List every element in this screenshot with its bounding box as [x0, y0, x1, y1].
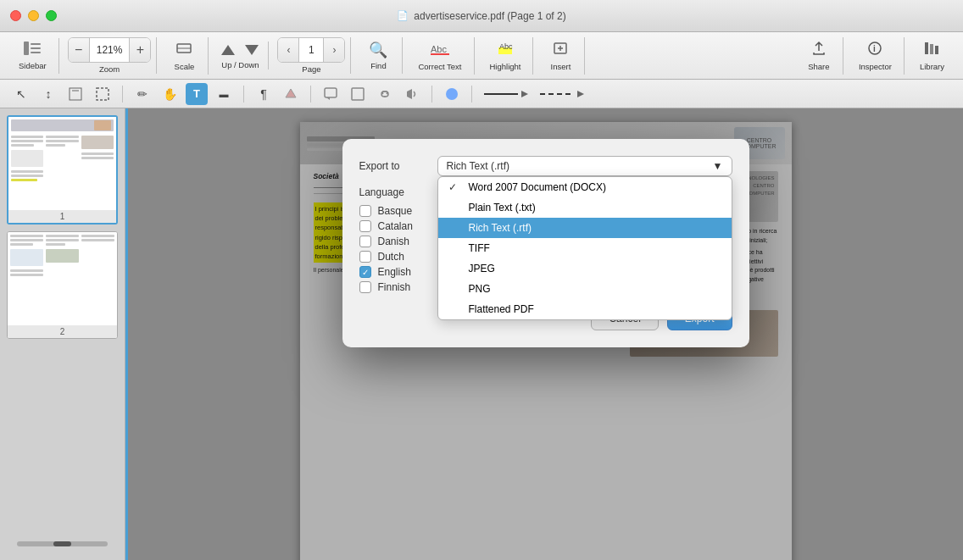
page-number-1: 1 — [8, 210, 116, 223]
document-icon: 📄 — [397, 10, 409, 21]
inspector-icon: i — [866, 41, 883, 60]
format-option-txt[interactable]: Plain Text (.txt) — [438, 197, 732, 218]
eraser-tool-button[interactable] — [280, 83, 302, 105]
insert-icon — [552, 41, 569, 60]
scroll-thumb[interactable] — [53, 541, 71, 546]
redact-tool-button[interactable]: ▬ — [213, 83, 235, 105]
correct-text-button[interactable]: Abc Correct Text — [411, 37, 468, 75]
svg-rect-22 — [97, 88, 109, 100]
share-icon — [810, 41, 827, 60]
lang-danish-checkbox[interactable] — [359, 236, 371, 247]
audio-tool-button[interactable] — [401, 83, 423, 105]
zoom-in-button[interactable]: + — [130, 38, 150, 62]
separator-3 — [310, 86, 311, 103]
thumbnail-image-2 — [8, 232, 117, 325]
sidebar-button[interactable]: Sidebar — [12, 38, 53, 74]
arrow-tool-button[interactable]: ↖ — [10, 83, 32, 105]
svg-rect-20 — [70, 88, 81, 100]
zoom-label: Zoom — [99, 64, 120, 74]
correct-text-icon: Abc — [431, 41, 449, 60]
format-docx-label: Word 2007 Document (DOCX) — [469, 181, 607, 193]
hand-tool-button[interactable]: ✋ — [159, 83, 181, 105]
share-label: Share — [808, 62, 829, 71]
sidebar-scrollbar[interactable] — [17, 541, 108, 546]
page-number-2: 2 — [8, 325, 117, 338]
format-dropdown-menu: Word 2007 Document (DOCX) Plain Text (.t… — [437, 176, 732, 320]
format-png-label: PNG — [469, 283, 491, 295]
text-edit-tool-button[interactable]: ¶ — [253, 83, 275, 105]
maximize-button[interactable]: + — [46, 10, 57, 21]
link-tool-button[interactable] — [374, 83, 396, 105]
page-sidebar: 1 — [0, 108, 125, 560]
format-dropdown-trigger[interactable]: Rich Text (.rtf) ▼ — [437, 156, 732, 176]
page-thumbnail-2[interactable]: 2 — [7, 231, 118, 339]
correct-text-group: Abc Correct Text — [406, 37, 474, 75]
main-content: 1 — [0, 108, 963, 560]
format-option-jpeg[interactable]: JPEG — [438, 258, 732, 279]
line-style2-control[interactable] — [537, 88, 587, 100]
close-button[interactable]: × — [10, 10, 21, 21]
format-option-pdf[interactable]: Flattened PDF — [438, 299, 732, 319]
svg-text:Abc: Abc — [499, 42, 513, 51]
insert-button[interactable]: Insert — [542, 37, 579, 75]
note-tool-button[interactable] — [320, 83, 342, 105]
select-tool-button[interactable]: ↕ — [37, 83, 59, 105]
pencil-tool-button[interactable]: ✏ — [131, 83, 153, 105]
format-option-docx[interactable]: Word 2007 Document (DOCX) — [438, 177, 732, 197]
page-thumbnail-1[interactable]: 1 — [7, 115, 118, 225]
rect-select-tool-button[interactable] — [92, 83, 114, 105]
lang-catalan-checkbox[interactable] — [359, 220, 371, 232]
down-button[interactable] — [241, 42, 263, 58]
library-group: Library — [908, 37, 956, 75]
titlebar: × − + 📄 advertiseservice.pdf (Page 1 of … — [0, 0, 963, 32]
svg-rect-18 — [930, 44, 933, 54]
page-next-button[interactable]: › — [324, 38, 344, 62]
up-button[interactable] — [217, 42, 239, 58]
circle-highlight-button[interactable] — [441, 83, 463, 105]
page-control: ‹ 1 › — [277, 37, 345, 63]
find-group: 🔍 Find — [354, 37, 403, 74]
lang-english-label: English — [378, 266, 411, 278]
format-option-tiff[interactable]: TIFF — [438, 238, 732, 258]
minimize-button[interactable]: − — [28, 10, 39, 21]
zoom-value[interactable]: 121% — [89, 38, 131, 62]
lang-basque-checkbox[interactable] — [359, 205, 371, 217]
insert-label: Insert — [551, 62, 571, 71]
share-button[interactable]: Share — [800, 37, 838, 75]
lang-finnish-checkbox[interactable] — [359, 281, 371, 293]
dialog-overlay: Export to Rich Text (.rtf) ▼ Word 2007 D… — [300, 122, 792, 560]
zoom-group: − 121% + Zoom — [63, 37, 158, 74]
svg-marker-32 — [577, 91, 584, 97]
inspector-button[interactable]: i Inspector — [852, 37, 899, 75]
svg-marker-25 — [326, 97, 330, 100]
scale-icon — [175, 41, 192, 60]
text-select-tool-button[interactable] — [64, 83, 86, 105]
shapes-tool-button[interactable] — [347, 83, 369, 105]
sidebar-group: Sidebar — [7, 38, 59, 74]
line-style-control[interactable] — [481, 88, 532, 100]
page-value[interactable]: 1 — [298, 38, 324, 62]
library-button[interactable]: Library — [913, 37, 951, 75]
find-button[interactable]: 🔍 Find — [359, 37, 397, 74]
format-option-rtf[interactable]: Rich Text (.rtf) — [438, 218, 732, 238]
text-tool-button[interactable]: T — [186, 83, 208, 105]
highlight-button[interactable]: Abc Highlight — [483, 37, 528, 75]
page-prev-button[interactable]: ‹ — [278, 38, 298, 62]
zoom-out-button[interactable]: − — [69, 38, 89, 62]
svg-rect-17 — [925, 42, 928, 54]
format-option-png[interactable]: PNG — [438, 279, 732, 299]
library-icon — [923, 41, 940, 60]
format-pdf-label: Flattened PDF — [469, 303, 534, 315]
sidebar-label: Sidebar — [19, 61, 47, 70]
svg-marker-6 — [221, 45, 235, 55]
lang-dutch-checkbox[interactable] — [359, 251, 371, 263]
lang-english-checkbox[interactable]: ✓ — [359, 266, 371, 278]
traffic-lights: × − + — [10, 10, 57, 21]
export-format-row: Export to Rich Text (.rtf) ▼ Word 2007 D… — [359, 156, 732, 176]
updown-label: Up / Down — [221, 60, 259, 69]
svg-marker-27 — [407, 89, 412, 99]
pdf-viewer[interactable]: CENTROCOMPUTER Società I principi ispira… — [128, 108, 963, 560]
format-selected-value: Rich Text (.rtf) — [447, 160, 509, 172]
scale-button[interactable]: Scale — [165, 37, 203, 75]
library-label: Library — [920, 62, 944, 71]
